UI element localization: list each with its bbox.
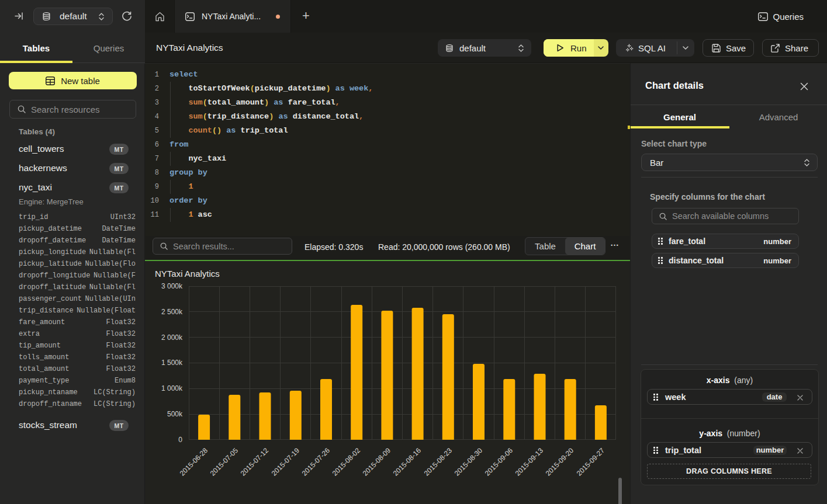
svg-text:2 000k: 2 000k bbox=[161, 333, 183, 342]
svg-text:2015-09-06: 2015-09-06 bbox=[483, 446, 515, 478]
svg-text:2015-09-13: 2015-09-13 bbox=[514, 446, 545, 478]
svg-text:2015-07-26: 2015-07-26 bbox=[300, 446, 332, 478]
svg-text:0: 0 bbox=[178, 436, 182, 444]
svg-text:NYTaxi Analytics: NYTaxi Analytics bbox=[155, 269, 220, 279]
svg-text:2015-07-19: 2015-07-19 bbox=[270, 446, 302, 478]
svg-text:2015-08-09: 2015-08-09 bbox=[361, 446, 393, 478]
svg-text:2 500k: 2 500k bbox=[161, 308, 183, 316]
svg-text:2015-07-12: 2015-07-12 bbox=[239, 446, 271, 478]
svg-text:2015-08-16: 2015-08-16 bbox=[392, 446, 423, 478]
svg-text:2015-08-02: 2015-08-02 bbox=[331, 446, 362, 478]
svg-text:2015-09-20: 2015-09-20 bbox=[544, 446, 576, 478]
svg-text:1 500k: 1 500k bbox=[161, 359, 183, 367]
svg-text:2015-06-28: 2015-06-28 bbox=[178, 446, 210, 478]
svg-text:2015-09-27: 2015-09-27 bbox=[575, 446, 607, 478]
svg-text:500k: 500k bbox=[167, 410, 183, 418]
svg-text:2015-08-23: 2015-08-23 bbox=[423, 446, 454, 478]
svg-text:1 000k: 1 000k bbox=[161, 384, 183, 392]
svg-text:2015-08-30: 2015-08-30 bbox=[453, 446, 485, 478]
svg-text:3 000k: 3 000k bbox=[161, 282, 183, 290]
svg-text:2015-07-05: 2015-07-05 bbox=[209, 446, 240, 478]
